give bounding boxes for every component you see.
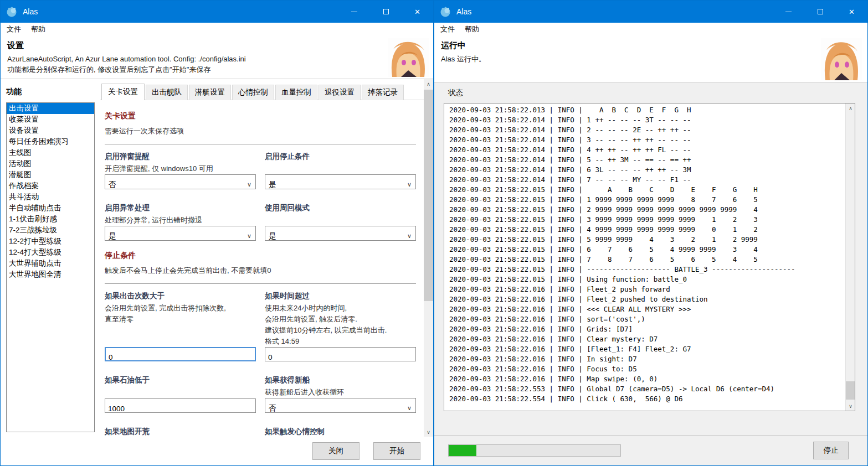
sidebar-item[interactable]: 潜艇图 xyxy=(7,169,94,180)
tab-血量控制[interactable]: 血量控制 xyxy=(275,85,317,100)
tab-掉落记录[interactable]: 掉落记录 xyxy=(362,85,404,100)
form-row: 启用弹窗提醒开启弹窗提醒, 仅 windows10 可用否∨启用停止条件是∨ xyxy=(105,148,416,189)
field-input[interactable] xyxy=(105,347,256,361)
field-description: 格式 14:59 xyxy=(265,336,416,347)
runner-body: 状态 2020-09-03 21:58:22.013 | INFO | A B … xyxy=(434,82,867,435)
page-subtitle-1: AzurLaneAutoScript, An Azur Lane automat… xyxy=(7,54,433,64)
sidebar-item[interactable]: 共斗活动 xyxy=(7,191,94,203)
window-controls: ✕ xyxy=(338,1,433,23)
page-subtitle: Alas 运行中。 xyxy=(441,54,867,64)
sidebar-item[interactable]: 大世界辅助点击 xyxy=(7,258,94,269)
menu-item-1[interactable]: 帮助 xyxy=(460,23,484,35)
scroll-up-icon[interactable]: ∧ xyxy=(846,103,855,113)
field-label: 如果时间超过 xyxy=(265,291,416,301)
field-dropdown[interactable]: 是∨ xyxy=(105,226,256,241)
section-heading: 关卡设置 xyxy=(105,111,416,121)
sidebar-item[interactable]: 每日任务困难演习 xyxy=(7,136,94,147)
menu-bar: 文件帮助 xyxy=(1,23,433,35)
main-scrollbar[interactable]: ∧ ∨ xyxy=(424,79,433,437)
page-title: 设置 xyxy=(7,40,433,51)
log-scrollbar[interactable]: ∧ ∨ xyxy=(845,103,855,411)
sidebar-item[interactable]: 设备设置 xyxy=(7,125,94,136)
section-description: 需要运行一次来保存选项 xyxy=(105,126,416,136)
sidebar-item[interactable]: 收菜设置 xyxy=(7,114,94,125)
scroll-down-icon[interactable]: ∨ xyxy=(424,427,433,437)
dropdown-value: 是 xyxy=(109,231,116,241)
window-controls: ✕ xyxy=(773,1,867,23)
app-icon xyxy=(439,6,451,18)
minimize-button[interactable] xyxy=(773,1,804,23)
field-input[interactable] xyxy=(105,398,256,413)
log-line: 2020-09-03 21:58:22.015 | INFO | 3 9999 … xyxy=(449,215,844,225)
sidebar-item[interactable]: 活动图 xyxy=(7,158,94,169)
sidebar-item[interactable]: 12-4打大型练级 xyxy=(7,247,94,258)
titlebar[interactable]: Alas ✕ xyxy=(434,1,867,23)
sidebar-item[interactable]: 7-2三战拣垃圾 xyxy=(7,225,94,236)
field-label: 启用异常处理 xyxy=(105,203,256,213)
sidebar-item[interactable]: 出击设置 xyxy=(7,103,94,114)
menu-item-1[interactable]: 帮助 xyxy=(26,23,50,35)
avatar xyxy=(388,38,429,77)
maximize-button[interactable] xyxy=(804,1,836,23)
log-line: 2020-09-03 21:58:22.015 | INFO | A B C D… xyxy=(449,185,844,195)
log-line: 2020-09-03 21:58:22.014 | INFO | 2 -- --… xyxy=(449,125,844,135)
stop-button[interactable]: 停止 xyxy=(813,442,849,459)
field-label: 启用停止条件 xyxy=(265,151,416,162)
sidebar-item[interactable]: 主线图 xyxy=(7,147,94,158)
field-label: 启用弹窗提醒 xyxy=(105,151,256,162)
form-field: 启用弹窗提醒开启弹窗提醒, 仅 windows10 可用否∨ xyxy=(105,148,256,189)
field-description: 获得新船后进入收获循环 xyxy=(265,387,416,398)
log-line: 2020-09-03 21:58:22.014 | INFO | 4 ++ ++… xyxy=(449,145,844,155)
tab-关卡设置[interactable]: 关卡设置 xyxy=(101,84,145,100)
scrollbar-thumb[interactable] xyxy=(846,381,855,400)
tab-bar: 关卡设置出击舰队潜艇设置心情控制血量控制退役设置掉落记录 xyxy=(100,83,424,100)
log-line: 2020-09-03 21:58:22.016 | INFO | [Fleet_… xyxy=(449,344,844,354)
field-dropdown[interactable]: 否∨ xyxy=(265,398,416,413)
section-heading: 停止条件 xyxy=(105,251,416,261)
menu-item-0[interactable]: 文件 xyxy=(2,23,26,35)
close-settings-button[interactable]: 关闭 xyxy=(312,442,359,460)
maximize-button[interactable] xyxy=(370,1,402,23)
tab-退役设置[interactable]: 退役设置 xyxy=(319,85,361,100)
field-label: 如果获得新船 xyxy=(265,375,416,385)
field-dropdown[interactable]: 是∨ xyxy=(265,226,416,241)
close-button[interactable]: ✕ xyxy=(836,1,867,23)
sidebar-item[interactable]: 1-1伏击刷好感 xyxy=(7,214,94,225)
settings-main: 关卡设置出击舰队潜艇设置心情控制血量控制退役设置掉落记录 关卡设置需要运行一次来… xyxy=(95,79,433,437)
tab-出击舰队[interactable]: 出击舰队 xyxy=(146,85,188,100)
scroll-down-icon[interactable]: ∨ xyxy=(846,401,855,411)
form-row: 如果出击次数大于会沿用先前设置, 完成出击将扣除次数,直至清零如果时间超过使用未… xyxy=(105,287,416,361)
field-description: 直至清零 xyxy=(105,314,256,325)
form-field: 如果时间超过使用未来24小时内的时间,会沿用先前设置, 触发后清零.建议提前10… xyxy=(265,287,416,361)
function-listbox[interactable]: 出击设置收菜设置设备设置每日任务困难演习主线图活动图潜艇图作战档案共斗活动半自动… xyxy=(6,102,95,432)
scroll-up-icon[interactable]: ∧ xyxy=(424,79,433,89)
menu-bar: 文件帮助 xyxy=(434,23,867,35)
sidebar-item[interactable]: 12-2打中型练级 xyxy=(7,236,94,247)
scrollbar-thumb[interactable] xyxy=(424,90,433,301)
form-field: 使用周回模式是∨ xyxy=(265,199,416,241)
sidebar-item[interactable]: 大世界地图全清 xyxy=(7,269,94,280)
close-icon: ✕ xyxy=(849,8,855,16)
log-line: 2020-09-03 21:58:22.015 | INFO | 6 7 6 5… xyxy=(449,245,844,255)
field-label: 如果触发心情控制 xyxy=(265,426,416,437)
form-field: 如果触发心情控制若是, 等待回复, 完成本次, 停止 xyxy=(265,423,416,437)
field-input[interactable] xyxy=(265,347,416,361)
menu-item-0[interactable]: 文件 xyxy=(435,23,460,35)
titlebar[interactable]: Alas ✕ xyxy=(1,1,433,23)
log-line: 2020-09-03 21:58:22.016 | INFO | Fleet_2… xyxy=(449,294,844,304)
progress-bar xyxy=(448,444,621,457)
close-button[interactable]: ✕ xyxy=(402,1,433,23)
tab-潜艇设置[interactable]: 潜艇设置 xyxy=(189,85,231,100)
avatar xyxy=(821,38,862,80)
tab-心情控制[interactable]: 心情控制 xyxy=(232,85,274,100)
minimize-button[interactable] xyxy=(338,1,370,23)
runner-footer: 停止 xyxy=(434,435,867,465)
start-button[interactable]: 开始 xyxy=(373,442,420,460)
field-dropdown[interactable]: 否∨ xyxy=(105,174,256,189)
sidebar-item[interactable]: 半自动辅助点击 xyxy=(7,203,94,214)
sidebar-item[interactable]: 作战档案 xyxy=(7,180,94,191)
sidebar-title: 功能 xyxy=(6,87,95,97)
log-line: 2020-09-03 21:58:22.014 | INFO | 5 -- ++… xyxy=(449,155,844,165)
field-dropdown[interactable]: 是∨ xyxy=(265,174,416,189)
log-output[interactable]: 2020-09-03 21:58:22.013 | INFO | A B C D… xyxy=(444,103,855,411)
